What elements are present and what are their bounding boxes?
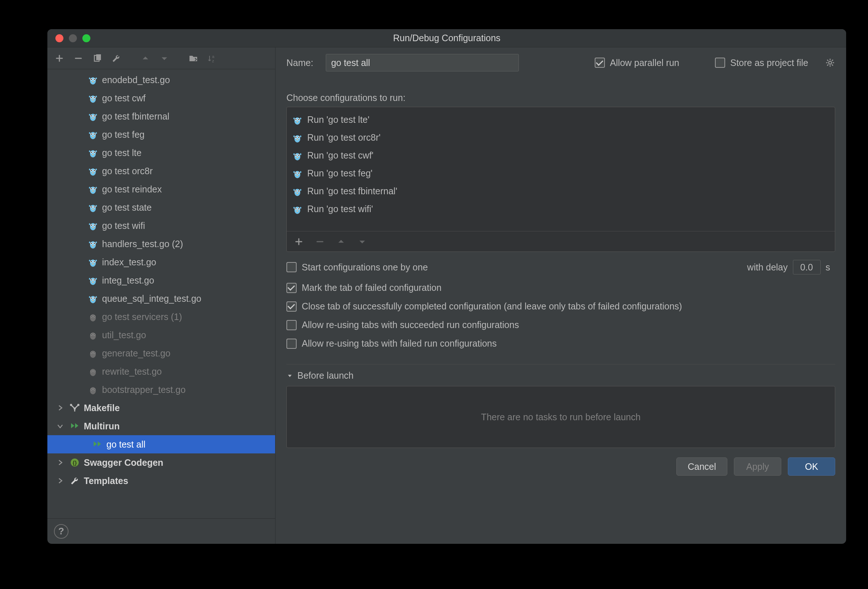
- tree-item-label: rewrite_test.go: [102, 366, 162, 377]
- help-button[interactable]: ?: [54, 524, 68, 539]
- apply-button[interactable]: Apply: [734, 458, 781, 476]
- tree-group-multirun[interactable]: Multirun: [47, 417, 275, 435]
- tree-item[interactable]: go test fbinternal: [47, 107, 275, 125]
- titlebar: Run/Debug Configurations: [47, 29, 846, 47]
- config-item[interactable]: Run 'go test feg': [287, 164, 835, 182]
- chevron-right-icon: [55, 475, 66, 486]
- tree-item[interactable]: go test reindex: [47, 180, 275, 198]
- tree-item[interactable]: queue_sql_integ_test.go: [47, 289, 275, 308]
- folder-button[interactable]: [188, 53, 199, 64]
- store-project-checkbox[interactable]: Store as project file: [715, 58, 808, 68]
- tree-item-label: util_test.go: [102, 330, 146, 340]
- tree-item[interactable]: bootstrapper_test.go: [47, 381, 275, 399]
- move-down-button[interactable]: [159, 53, 170, 64]
- gopher-icon: [87, 74, 98, 85]
- minimize-icon[interactable]: [69, 34, 77, 42]
- zoom-icon[interactable]: [82, 34, 90, 42]
- tree-item[interactable]: go test cwf: [47, 89, 275, 107]
- tree-item[interactable]: index_test.go: [47, 253, 275, 271]
- close-success-checkbox[interactable]: Close tab of successfully completed conf…: [286, 301, 682, 311]
- close-icon[interactable]: [55, 34, 63, 42]
- config-item-label: Run 'go test lte': [307, 114, 369, 125]
- tree-group-templates[interactable]: Templates: [47, 472, 275, 490]
- before-launch-empty: There are no tasks to run before launch: [481, 412, 641, 422]
- tree-item[interactable]: handlers_test.go (2): [47, 235, 275, 253]
- tree-item[interactable]: go test state: [47, 198, 275, 217]
- tree-item[interactable]: go test feg: [47, 125, 275, 143]
- name-input[interactable]: [326, 54, 519, 71]
- move-down-button[interactable]: [357, 236, 368, 247]
- tree-group-swagger[interactable]: Swagger Codegen: [47, 453, 275, 472]
- gopher-icon: [87, 165, 98, 176]
- tree-item[interactable]: enodebd_test.go: [47, 71, 275, 89]
- tree-group-label: Makefile: [84, 403, 120, 413]
- before-launch-header[interactable]: Before launch: [286, 365, 835, 381]
- tree-item-label: index_test.go: [102, 257, 156, 267]
- tree-item-label: go test state: [102, 202, 152, 213]
- tree-item[interactable]: go test lte: [47, 143, 275, 162]
- name-label: Name:: [286, 58, 313, 68]
- delay-unit: s: [826, 262, 831, 273]
- config-tree-panel: enodebd_test.go go test cwf go test fbin…: [47, 47, 276, 544]
- tree-item-label: go test feg: [102, 129, 145, 140]
- move-up-button[interactable]: [336, 236, 347, 247]
- tree-item[interactable]: util_test.go: [47, 326, 275, 344]
- start-one-by-one-checkbox[interactable]: Start configurations one by one: [286, 262, 428, 273]
- tree-group-label: Multirun: [84, 421, 120, 431]
- allow-parallel-checkbox[interactable]: Allow parallel run: [595, 58, 679, 68]
- add-button[interactable]: [293, 236, 304, 247]
- chevron-down-icon: [55, 421, 66, 431]
- gopher-icon: [87, 275, 98, 286]
- tree-item-label: go test lte: [102, 148, 142, 158]
- move-up-button[interactable]: [140, 53, 151, 64]
- config-item[interactable]: Run 'go test lte': [287, 111, 835, 128]
- config-item[interactable]: Run 'go test orc8r': [287, 128, 835, 146]
- config-item[interactable]: Run 'go test fbinternal': [287, 182, 835, 200]
- tree-item[interactable]: rewrite_test.go: [47, 362, 275, 381]
- checkbox-label: Start configurations one by one: [302, 262, 428, 273]
- tree-item[interactable]: generate_test.go: [47, 344, 275, 362]
- gear-icon[interactable]: [825, 58, 835, 68]
- reuse-succeeded-checkbox[interactable]: Allow re-using tabs with succeeded run c…: [286, 320, 519, 330]
- sort-button[interactable]: [207, 53, 218, 64]
- config-item-label: Run 'go test cwf': [307, 150, 373, 161]
- multirun-icon: [69, 421, 80, 431]
- gopher-icon: [87, 257, 98, 267]
- reuse-failed-checkbox[interactable]: Allow re-using tabs with failed run conf…: [286, 338, 497, 349]
- makefile-icon: [69, 402, 80, 413]
- config-list-toolbar: [287, 231, 835, 251]
- config-item[interactable]: Run 'go test wifi': [287, 200, 835, 218]
- tree-item-label: go test cwf: [102, 93, 146, 103]
- before-launch-section: Before launch There are no tasks to run …: [286, 364, 835, 448]
- tree-item-label: go test orc8r: [102, 166, 153, 176]
- cancel-button[interactable]: Cancel: [676, 458, 727, 476]
- tree-item-label: bootstrapper_test.go: [102, 385, 186, 395]
- config-tree[interactable]: enodebd_test.go go test cwf go test fbin…: [47, 69, 275, 518]
- edit-defaults-button[interactable]: [111, 53, 122, 64]
- checkbox-icon: [286, 283, 297, 293]
- delay-input[interactable]: [793, 260, 821, 275]
- tree-group-makefile[interactable]: Makefile: [47, 399, 275, 417]
- before-launch-list[interactable]: There are no tasks to run before launch: [286, 386, 835, 448]
- delay-label: with delay: [747, 262, 787, 273]
- tree-item-label: queue_sql_integ_test.go: [102, 294, 201, 304]
- config-item[interactable]: Run 'go test cwf': [287, 146, 835, 164]
- copy-config-button[interactable]: [92, 53, 103, 64]
- gopher-icon: [87, 311, 98, 322]
- tree-item-label: go test fbinternal: [102, 111, 170, 122]
- add-config-button[interactable]: [54, 53, 65, 64]
- tree-item[interactable]: integ_test.go: [47, 271, 275, 289]
- tree-item[interactable]: go test wifi: [47, 217, 275, 235]
- tree-item[interactable]: go test orc8r: [47, 162, 275, 180]
- remove-button[interactable]: [314, 236, 325, 247]
- mark-failed-checkbox[interactable]: Mark the tab of failed configuration: [286, 282, 441, 293]
- checkbox-label: Store as project file: [730, 58, 808, 68]
- checkbox-icon: [286, 339, 297, 349]
- tree-item[interactable]: go test servicers (1): [47, 308, 275, 326]
- ok-button[interactable]: OK: [788, 458, 835, 476]
- tree-item-label: go test servicers (1): [102, 311, 182, 322]
- remove-config-button[interactable]: [73, 53, 84, 64]
- checkbox-label: Mark the tab of failed configuration: [302, 282, 441, 293]
- tree-item-go-test-all[interactable]: go test all: [47, 435, 275, 453]
- chevron-right-icon: [55, 457, 66, 468]
